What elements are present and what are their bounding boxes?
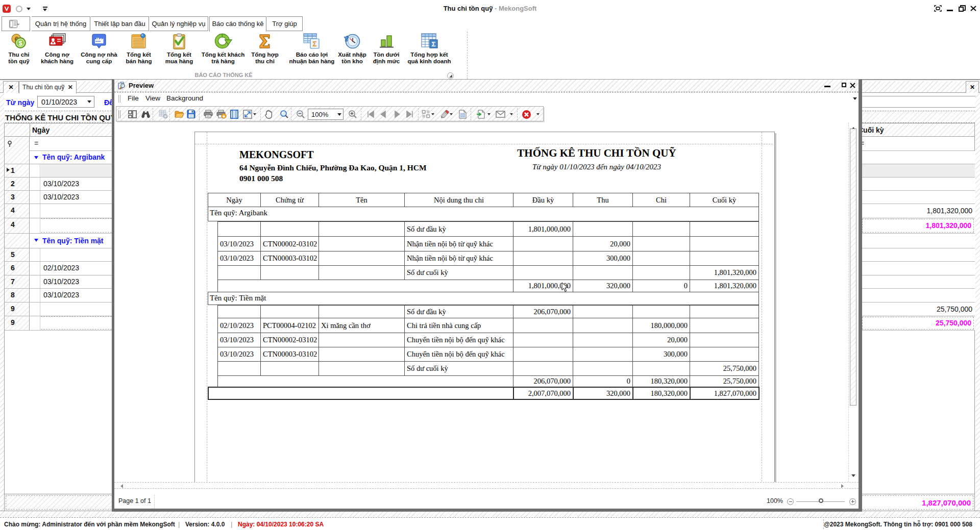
svg-text:$: $ xyxy=(18,39,22,47)
svg-text:Σ: Σ xyxy=(431,40,435,48)
svg-text:Σ: Σ xyxy=(312,40,316,48)
